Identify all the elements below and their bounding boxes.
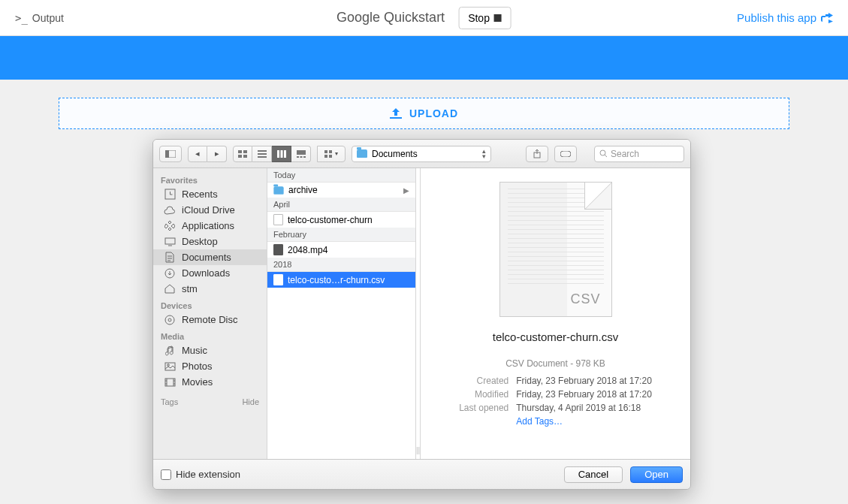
hide-extension-checkbox[interactable]: Hide extension: [161, 469, 240, 480]
nav-buttons: ◂ ▸: [188, 146, 227, 162]
upload-dropzone[interactable]: UPLOAD: [59, 98, 789, 129]
preview-type-line: CSV Document - 978 KB: [436, 358, 675, 369]
location-label: Documents: [372, 149, 418, 159]
svg-rect-11: [284, 150, 286, 158]
arrange-button[interactable]: ▾: [317, 146, 346, 162]
file-row[interactable]: 2048.mp4: [267, 242, 415, 258]
view-columns-button[interactable]: [272, 146, 291, 162]
dialog-footer: Hide extension Cancel Open: [153, 459, 690, 489]
svg-rect-4: [238, 155, 242, 158]
home-icon: [164, 284, 176, 294]
tags-button[interactable]: [554, 146, 577, 162]
svg-rect-21: [560, 151, 571, 157]
sidebar-item-documents[interactable]: Documents: [153, 249, 267, 265]
file-row[interactable]: telco-custo…r-churn.csv: [267, 272, 415, 288]
svg-rect-13: [297, 156, 299, 158]
sidebar-tags-label: Tags: [161, 397, 178, 406]
publish-link[interactable]: Publish this app: [737, 11, 833, 24]
share-icon: [821, 13, 833, 23]
preview-thumbnail: CSV: [499, 182, 612, 317]
svg-point-27: [165, 315, 174, 324]
search-placeholder: Search: [611, 149, 639, 159]
location-dropdown[interactable]: Documents ▴▾: [352, 146, 491, 162]
cancel-button[interactable]: Cancel: [564, 466, 623, 483]
view-icons-button[interactable]: [233, 146, 252, 162]
sidebar-item-stm[interactable]: stm: [153, 281, 267, 297]
column-group-head: 2018: [267, 258, 415, 272]
dialog-toolbar: ◂ ▸ ▾ Documents ▴▾ Search: [153, 140, 690, 168]
doc-icon: [164, 252, 176, 263]
svg-rect-10: [280, 150, 282, 158]
stop-icon: [494, 14, 502, 22]
output-label[interactable]: >_ Output: [15, 12, 64, 24]
apps-icon: [164, 221, 176, 231]
music-icon: [164, 346, 176, 356]
column-group-head: Today: [267, 168, 415, 183]
view-gallery-button[interactable]: [291, 146, 311, 162]
search-icon: [599, 149, 608, 158]
sidebar-item-photos[interactable]: Photos: [153, 358, 267, 374]
svg-rect-7: [258, 153, 267, 155]
hide-extension-input[interactable]: [161, 469, 171, 480]
svg-rect-25: [165, 238, 175, 244]
publish-label: Publish this app: [737, 11, 816, 24]
cloud-icon: [164, 205, 176, 216]
file-row[interactable]: archive▶: [267, 183, 415, 198]
file-open-dialog: ◂ ▸ ▾ Documents ▴▾ Search: [152, 139, 691, 490]
svg-point-30: [167, 364, 169, 366]
svg-rect-14: [300, 156, 302, 158]
dialog-sidebar: Favorites RecentsiCloud DriveApplication…: [153, 168, 267, 459]
file-row[interactable]: telco-customer-churn: [267, 212, 415, 228]
clock-icon: [164, 189, 176, 200]
sidebar-hide-link[interactable]: Hide: [242, 397, 259, 406]
sidebar-item-downloads[interactable]: Downloads: [153, 265, 267, 281]
view-list-button[interactable]: [252, 146, 272, 162]
svg-rect-3: [243, 150, 247, 153]
svg-line-23: [605, 155, 607, 157]
svg-rect-19: [329, 155, 332, 158]
sidebar-item-remote-disc[interactable]: Remote Disc: [153, 312, 267, 327]
sidebar-toggle-button[interactable]: [159, 146, 182, 162]
sidebar-head-devices: Devices: [153, 297, 267, 312]
app-top-bar: >_ Output Google Quickstart Stop Publish…: [0, 0, 848, 36]
back-button[interactable]: ◂: [188, 146, 207, 162]
search-input[interactable]: Search: [594, 146, 684, 162]
chevron-updown-icon: ▴▾: [482, 149, 486, 159]
created-value: Friday, 23 February 2018 at 17:20: [513, 375, 655, 387]
svg-rect-8: [258, 156, 267, 158]
column-group-head: April: [267, 198, 415, 212]
sidebar-item-desktop[interactable]: Desktop: [153, 234, 267, 249]
blue-banner: [0, 36, 848, 80]
add-tags-link[interactable]: Add Tags…: [513, 415, 655, 427]
svg-rect-5: [243, 155, 247, 158]
open-button[interactable]: Open: [630, 466, 683, 483]
chevron-right-icon: ▶: [403, 186, 409, 195]
sidebar-item-music[interactable]: Music: [153, 343, 267, 358]
disc-icon: [164, 315, 176, 325]
folder-icon: [357, 149, 367, 158]
share-button[interactable]: [526, 146, 548, 162]
preview-pane: CSV telco-customer-churn.csv CSV Documen…: [421, 168, 690, 459]
svg-point-22: [600, 150, 605, 155]
sidebar-item-recents[interactable]: Recents: [153, 186, 267, 202]
opened-value: Thursday, 4 April 2019 at 16:18: [513, 402, 655, 414]
prompt-icon: >_: [15, 12, 28, 24]
arrange-group: ▾: [317, 146, 346, 162]
sidebar-item-applications[interactable]: Applications: [153, 218, 267, 234]
svg-rect-16: [324, 150, 327, 153]
column-group-head: February: [267, 228, 415, 242]
sidebar-head-favorites: Favorites: [153, 171, 267, 186]
modified-value: Friday, 23 February 2018 at 17:20: [513, 388, 655, 400]
stop-button[interactable]: Stop: [458, 7, 512, 29]
svg-rect-6: [258, 150, 267, 152]
hide-extension-label: Hide extension: [176, 469, 240, 480]
svg-rect-2: [238, 150, 242, 153]
sidebar-item-movies[interactable]: Movies: [153, 374, 267, 390]
down-icon: [164, 268, 176, 279]
sidebar-item-icloud-drive[interactable]: iCloud Drive: [153, 202, 267, 218]
svg-rect-17: [329, 150, 332, 153]
svg-rect-1: [165, 150, 169, 158]
output-text: Output: [32, 12, 64, 24]
forward-button[interactable]: ▸: [207, 146, 227, 162]
sidebar-head-media: Media: [153, 327, 267, 343]
